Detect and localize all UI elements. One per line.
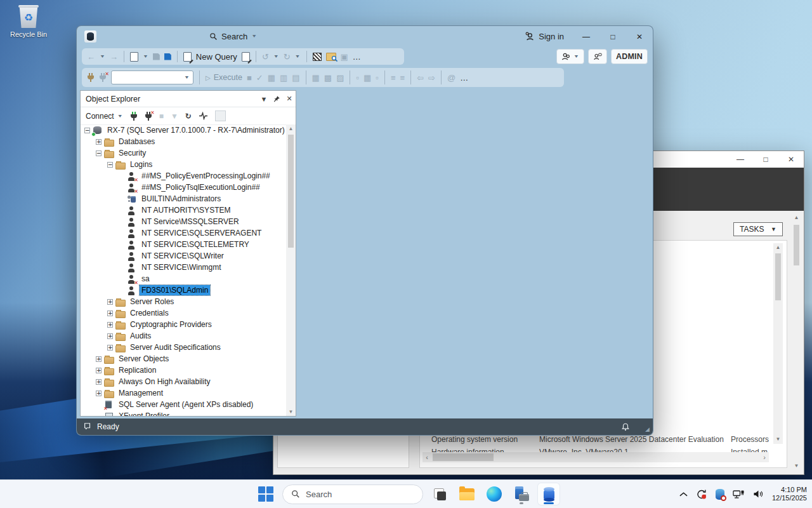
change-connection-icon[interactable]: ✕ bbox=[99, 73, 107, 82]
increase-indent-icon[interactable]: ⇨ bbox=[428, 74, 435, 82]
execute-button[interactable]: ▷ Execute bbox=[206, 73, 242, 82]
comment-icon[interactable]: ≡ bbox=[391, 74, 396, 82]
tree-item-label[interactable]: sa bbox=[140, 274, 152, 284]
tree-expander-icon[interactable]: − bbox=[84, 128, 90, 133]
find-in-files-icon[interactable] bbox=[326, 53, 336, 61]
execution-plan-icon[interactable] bbox=[313, 53, 322, 61]
sql-server-tray-icon[interactable] bbox=[716, 489, 724, 500]
tree-item[interactable]: NT Service\MSSQLSERVER bbox=[81, 216, 286, 227]
tree-item[interactable]: NT SERVICE\SQLSERVERAGENT bbox=[81, 227, 286, 239]
tree-item-label[interactable]: NT SERVICE\Winmgmt bbox=[140, 262, 223, 272]
chevron-down-icon[interactable]: ▼ bbox=[143, 54, 148, 59]
undo-icon[interactable]: ↺ bbox=[262, 53, 269, 61]
tree-item[interactable]: XEvent Profiler bbox=[81, 410, 286, 416]
filter-icon[interactable]: ▼ bbox=[171, 112, 178, 121]
sign-in-button[interactable]: Sign in bbox=[525, 32, 564, 41]
cancel-query-icon[interactable]: ■ bbox=[247, 74, 252, 82]
results-to-grid-icon[interactable]: ▦ bbox=[363, 74, 371, 82]
tree-item[interactable]: − RX-7 (SQL Server 17.0.1000.7 - RX-7\Ad… bbox=[81, 124, 286, 136]
results-to-file-icon[interactable]: ▫ bbox=[376, 74, 379, 82]
tree-item-label[interactable]: XEvent Profiler bbox=[117, 411, 171, 416]
save-icon[interactable] bbox=[153, 53, 160, 60]
tree-item-label[interactable]: Always On High Availability bbox=[117, 377, 213, 387]
resize-grip[interactable]: ◢ bbox=[645, 426, 650, 432]
scrollbar-thumb[interactable] bbox=[288, 135, 294, 248]
task-view-button[interactable] bbox=[429, 483, 450, 505]
tree-expander-icon[interactable]: + bbox=[96, 139, 102, 145]
file-explorer-button[interactable] bbox=[456, 483, 478, 505]
estimated-plan-icon[interactable]: ▦ bbox=[268, 74, 275, 82]
new-query-button[interactable]: New Query bbox=[196, 52, 237, 62]
activity-monitor-icon[interactable] bbox=[199, 112, 208, 120]
tasks-dropdown-button[interactable]: TASKS ▼ bbox=[733, 222, 783, 236]
tree-item[interactable]: + Databases bbox=[81, 136, 286, 147]
user-accounts-button[interactable]: ▼ bbox=[556, 49, 584, 64]
navigate-forward-icon[interactable]: → bbox=[110, 53, 118, 61]
minimize-button[interactable]: — bbox=[573, 26, 599, 47]
properties-vertical-scrollbar[interactable]: ▲ ▼ bbox=[773, 243, 783, 444]
tree-item-label[interactable]: ##MS_PolicyTsqlExecutionLogin## bbox=[140, 182, 262, 192]
notifications-bell-icon[interactable] bbox=[621, 422, 630, 432]
toolbar-overflow-icon[interactable]: … bbox=[353, 53, 361, 61]
tree-item[interactable]: − Logins bbox=[81, 159, 286, 170]
volume-icon[interactable] bbox=[753, 490, 764, 498]
results-to-text-icon[interactable]: ▫ bbox=[356, 74, 359, 82]
tree-item[interactable]: ##MS_PolicyTsqlExecutionLogin## bbox=[81, 182, 286, 193]
taskbar-search-box[interactable]: Search bbox=[282, 485, 423, 504]
intellisense-icon[interactable]: ▤ bbox=[292, 74, 299, 82]
tree-item-label[interactable]: SQL Server Agent (Agent XPs disabled) bbox=[117, 399, 255, 410]
tree-expander-icon[interactable]: + bbox=[96, 356, 102, 362]
tree-item[interactable]: + Credentials bbox=[81, 307, 286, 319]
tree-item-label[interactable]: Management bbox=[117, 388, 165, 398]
tree-item[interactable]: + Replication bbox=[81, 364, 286, 376]
chevron-down-icon[interactable]: ▼ bbox=[273, 54, 279, 59]
tree-expander-icon[interactable]: + bbox=[107, 333, 113, 339]
scroll-down-icon[interactable]: ▼ bbox=[794, 462, 799, 471]
tree-item-label[interactable]: NT AUTHORITY\SYSTEM bbox=[140, 205, 232, 215]
tree-item[interactable]: + Audits bbox=[81, 330, 286, 342]
connect-dropdown[interactable]: Connect ▼ bbox=[86, 112, 123, 121]
tree-expander-icon[interactable]: − bbox=[107, 162, 113, 168]
connect-database-icon[interactable] bbox=[87, 73, 95, 82]
connect-object-explorer-icon[interactable] bbox=[130, 112, 138, 121]
uncomment-icon[interactable]: ≡ bbox=[400, 74, 405, 82]
pin-icon[interactable] bbox=[270, 95, 283, 103]
tree-item-label[interactable]: RX-7 (SQL Server 17.0.1000.7 - RX-7\Admi… bbox=[105, 125, 286, 135]
tree-expander-icon[interactable]: + bbox=[107, 311, 113, 316]
scrollbar-thumb[interactable] bbox=[794, 225, 799, 265]
server-manager-taskbar-button[interactable] bbox=[511, 483, 532, 505]
window-position-icon[interactable]: ▼ bbox=[258, 95, 270, 103]
tree-expander-icon[interactable]: + bbox=[96, 368, 102, 373]
tree-item-label[interactable]: Credentials bbox=[128, 308, 171, 318]
scroll-down-icon[interactable]: ▼ bbox=[286, 409, 296, 415]
browse-servers-icon[interactable]: ▣ bbox=[341, 53, 348, 61]
navigate-back-icon[interactable]: ← bbox=[87, 53, 95, 61]
tree-item[interactable]: FD3S01\SQLAdmin bbox=[81, 284, 286, 296]
tree-expander-icon[interactable]: − bbox=[96, 150, 102, 156]
tree-item-label[interactable]: NT Service\MSSQLSERVER bbox=[140, 217, 241, 227]
toolbar-overflow-icon[interactable]: … bbox=[460, 74, 468, 82]
tree-item[interactable]: BUILTIN\Administrators bbox=[81, 193, 286, 204]
feedback-button[interactable] bbox=[588, 49, 607, 64]
redo-icon[interactable]: ↻ bbox=[284, 53, 291, 61]
edge-browser-button[interactable] bbox=[483, 483, 505, 505]
scroll-right-icon[interactable]: › bbox=[760, 452, 769, 462]
minimize-button[interactable]: — bbox=[728, 151, 753, 168]
scroll-up-icon[interactable]: ▲ bbox=[794, 213, 799, 222]
tree-item-label[interactable]: Databases bbox=[117, 137, 157, 147]
network-icon[interactable] bbox=[733, 490, 745, 499]
client-stats-icon[interactable]: ▨ bbox=[336, 74, 344, 82]
server-manager-scrollbar[interactable]: ▲ ▼ bbox=[792, 213, 801, 471]
scroll-down-icon[interactable]: ▼ bbox=[776, 435, 781, 444]
maximize-button[interactable]: □ bbox=[753, 151, 778, 168]
scripting-options-icon[interactable] bbox=[215, 110, 226, 121]
tree-item-label[interactable]: FD3S01\SQLAdmin bbox=[140, 285, 210, 295]
tree-item[interactable]: sa bbox=[81, 273, 286, 284]
chevron-down-icon[interactable]: ▼ bbox=[100, 54, 105, 59]
tree-item[interactable]: NT AUTHORITY\SYSTEM bbox=[81, 204, 286, 216]
tree-item[interactable]: + Server Audit Specifications bbox=[81, 342, 286, 353]
scrollbar-thumb[interactable] bbox=[433, 453, 494, 461]
tree-item[interactable]: − Security bbox=[81, 147, 286, 159]
tree-item-label[interactable]: Logins bbox=[128, 159, 154, 170]
object-explorer-scrollbar[interactable]: ▲ ▼ bbox=[286, 124, 296, 416]
